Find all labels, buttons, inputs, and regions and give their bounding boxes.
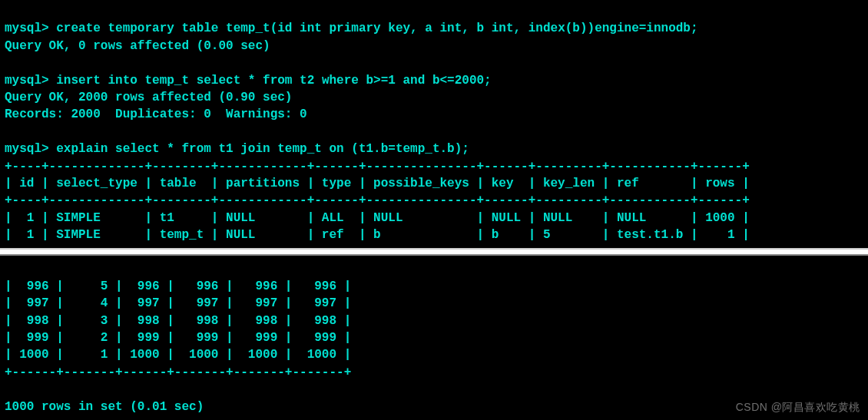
terminal-output-lower: | 996 | 5 | 996 | 996 | 996 | 996 | | 99… — [0, 257, 868, 418]
prompt: mysql> — [5, 21, 49, 35]
table-border: +----+-------------+--------+-----------… — [5, 193, 750, 207]
table-row: | 1000 | 1 | 1000 | 1000 | 1000 | 1000 | — [5, 348, 351, 362]
table-header: | id | select_type | table | partitions … — [5, 177, 750, 190]
watermark: CSDN @阿昌喜欢吃黄桃 — [736, 400, 860, 415]
terminal-output: mysql> create temporary table temp_t(id … — [0, 0, 868, 246]
query-result: Query OK, 0 rows affected (0.00 sec) — [5, 39, 270, 53]
table-border: +------+-------+------+-------+-------+-… — [5, 365, 351, 379]
table-row: | 999 | 2 | 999 | 999 | 999 | 999 | — [5, 331, 351, 345]
table-border: +----+-------------+--------+-----------… — [5, 160, 750, 174]
table-row: | 1 | SIMPLE | t1 | NULL | ALL | NULL | … — [5, 211, 750, 225]
result-footer: 1000 rows in set (0.01 sec) — [5, 400, 204, 414]
table-row: | 997 | 4 | 997 | 997 | 997 | 997 | — [5, 296, 351, 310]
prompt: mysql> — [5, 74, 49, 88]
scroll-separator — [0, 248, 868, 256]
query-result: Records: 2000 Duplicates: 0 Warnings: 0 — [5, 107, 307, 121]
sql-command: create temporary table temp_t(id int pri… — [56, 21, 697, 35]
sql-command: insert into temp_t select * from t2 wher… — [56, 74, 492, 88]
prompt: mysql> — [5, 142, 49, 156]
sql-command: explain select * from t1 join temp_t on … — [56, 142, 469, 156]
table-row: | 996 | 5 | 996 | 996 | 996 | 996 | — [5, 279, 351, 293]
query-result: Query OK, 2000 rows affected (0.90 sec) — [5, 91, 292, 104]
table-row: | 1 | SIMPLE | temp_t | NULL | ref | b |… — [5, 228, 750, 242]
table-row: | 998 | 3 | 998 | 998 | 998 | 998 | — [5, 314, 351, 328]
